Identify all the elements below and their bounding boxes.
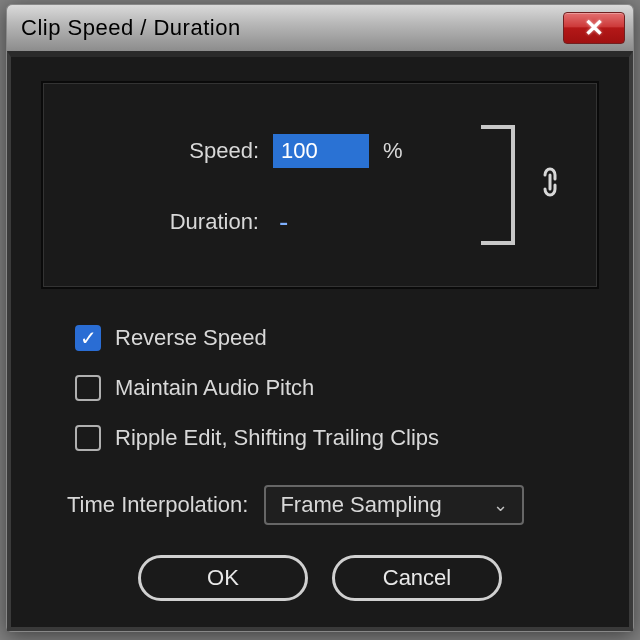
dialog-body: Speed: % Duration: - ✓ bbox=[7, 51, 633, 631]
time-interpolation-label: Time Interpolation: bbox=[67, 492, 248, 518]
link-bracket bbox=[481, 125, 515, 245]
duration-label: Duration: bbox=[73, 209, 273, 235]
close-icon: ✕ bbox=[584, 16, 604, 40]
time-interpolation-value: Frame Sampling bbox=[280, 492, 441, 518]
ripple-edit-label: Ripple Edit, Shifting Trailing Clips bbox=[115, 425, 439, 451]
button-row: OK Cancel bbox=[41, 555, 599, 601]
maintain-pitch-label: Maintain Audio Pitch bbox=[115, 375, 314, 401]
check-icon: ✓ bbox=[80, 328, 97, 348]
speed-label: Speed: bbox=[73, 138, 273, 164]
cancel-button-label: Cancel bbox=[383, 565, 451, 591]
reverse-speed-row: ✓ Reverse Speed bbox=[75, 325, 599, 351]
dialog-title: Clip Speed / Duration bbox=[21, 15, 241, 41]
reverse-speed-label: Reverse Speed bbox=[115, 325, 267, 351]
maintain-pitch-checkbox[interactable] bbox=[75, 375, 101, 401]
speed-duration-panel: Speed: % Duration: - bbox=[41, 81, 599, 289]
cancel-button[interactable]: Cancel bbox=[332, 555, 502, 601]
time-interpolation-select[interactable]: Frame Sampling ⌄ bbox=[264, 485, 524, 525]
speed-row: Speed: % bbox=[73, 134, 463, 168]
dialog-window: Clip Speed / Duration ✕ Speed: % Duratio… bbox=[6, 4, 634, 632]
close-button[interactable]: ✕ bbox=[563, 12, 625, 44]
ok-button-label: OK bbox=[207, 565, 239, 591]
titlebar: Clip Speed / Duration ✕ bbox=[7, 5, 633, 51]
time-interpolation-row: Time Interpolation: Frame Sampling ⌄ bbox=[41, 485, 599, 525]
speed-input[interactable] bbox=[273, 134, 369, 168]
speed-unit: % bbox=[369, 138, 403, 164]
duration-value[interactable]: - bbox=[273, 208, 288, 236]
ripple-edit-row: Ripple Edit, Shifting Trailing Clips bbox=[75, 425, 599, 451]
maintain-pitch-row: Maintain Audio Pitch bbox=[75, 375, 599, 401]
link-icon[interactable] bbox=[533, 165, 567, 206]
ok-button[interactable]: OK bbox=[138, 555, 308, 601]
ripple-edit-checkbox[interactable] bbox=[75, 425, 101, 451]
checkbox-group: ✓ Reverse Speed Maintain Audio Pitch Rip… bbox=[41, 325, 599, 451]
duration-row: Duration: - bbox=[73, 208, 463, 236]
chevron-down-icon: ⌄ bbox=[493, 494, 508, 516]
reverse-speed-checkbox[interactable]: ✓ bbox=[75, 325, 101, 351]
